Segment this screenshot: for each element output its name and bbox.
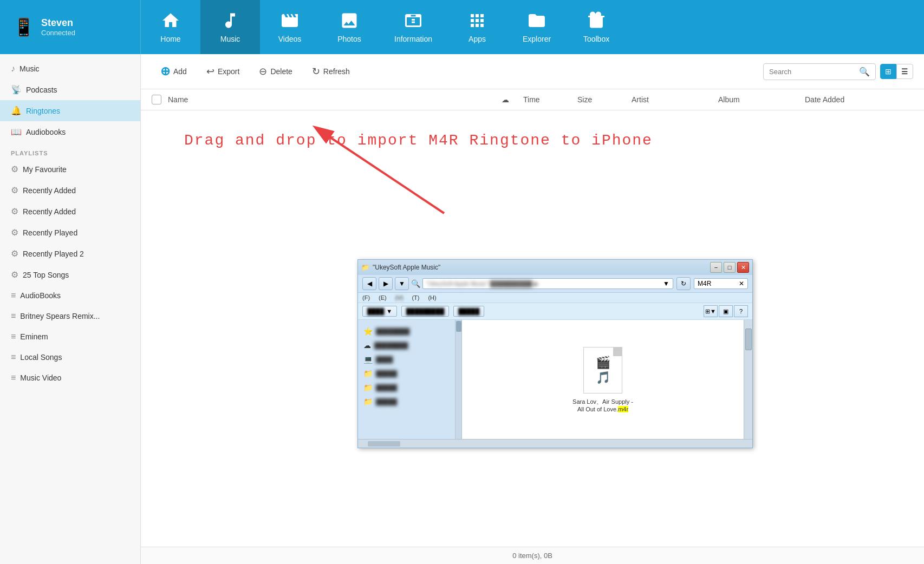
win-address-text: "UkeySoft Apple Music" ██████████ ▶ [426,280,538,287]
win-search-bar[interactable]: M4R ✕ [694,278,748,289]
sidebar-item-my-favourite[interactable]: ⚙ My Favourite [0,159,140,180]
win-organize-label: ████ [367,308,384,314]
win-restore-button[interactable]: □ [724,262,736,273]
win-menu-e[interactable]: (E) [379,294,387,301]
win-sidebar-fav-label: ████████ [376,328,409,335]
col-name: Name [168,95,502,104]
win-bottom-scrollbar[interactable] [358,439,752,448]
win-address-bar[interactable]: "UkeySoft Apple Music" ██████████ ▶ ▼ [422,278,673,289]
win-cloud-icon: ☁ [363,341,371,350]
list-view-button[interactable]: ☰ [896,64,913,79]
refresh-button[interactable]: ↻ Refresh [303,62,359,81]
nav-item-music[interactable]: Music [200,0,260,54]
sidebar-label-recently-played-2: Recently Played 2 [23,250,84,258]
content-body: Drag and drop to import M4R Ringtone to … [141,110,924,547]
sidebar-item-music[interactable]: ♪ Music [0,58,140,79]
sidebar-item-recently-added-2[interactable]: ⚙ Recently Added [0,201,140,222]
sidebar-label-eminem: Eminem [20,332,48,341]
win-forward-button[interactable]: ▶ [379,277,393,290]
add-button[interactable]: ⊕ Add [152,61,196,82]
sidebar-item-ringtones[interactable]: 🔔 Ringtones [0,100,140,121]
checkbox-all[interactable] [152,95,161,104]
col-time: Time [523,95,577,104]
win-scroll-thumb [745,329,752,350]
win-burn-button[interactable]: █████ [453,306,484,317]
win-view-mode-btn[interactable]: ⊞▼ [704,305,718,317]
sidebar-item-audiobooks-pl[interactable]: ≡ AudioBooks [0,285,140,306]
win-folder-icon-2: 📁 [363,383,373,392]
refresh-icon: ↻ [312,65,320,77]
sidebar-item-audiobooks[interactable]: 📖 Audiobooks [0,121,140,142]
sidebar-item-local-songs[interactable]: ≡ Local Songs [0,347,140,368]
win-sidebar-computer[interactable]: 💻 ████ [358,352,455,366]
win-sidebar-comp-label: ████ [376,356,393,363]
win-folder-icon-3: 📁 [363,397,373,406]
nav-item-videos[interactable]: Videos [260,0,320,54]
win-sidebar-folder-1[interactable]: 📁 █████ [358,366,455,381]
export-button[interactable]: ↩ Export [198,62,248,81]
win-address-dropdown[interactable]: ▼ [663,280,669,287]
win-organize-button[interactable]: ████ ▼ [362,306,397,317]
delete-icon: ⊖ [259,65,267,77]
sidebar-item-podcasts[interactable]: 📡 Podcasts [0,79,140,100]
win-back-button[interactable]: ◀ [362,277,376,290]
file-icon-inner: 🎬 🎵 [596,356,610,385]
nav-item-explorer[interactable]: Explorer [507,0,567,54]
win-sidebar-cloud[interactable]: ☁ ████████ [358,338,455,352]
view-buttons: ⊞ ☰ [880,64,913,79]
win-search-close[interactable]: ✕ [739,280,744,287]
gear-icon-5: ⚙ [11,248,18,259]
sidebar-item-25-top-songs[interactable]: ⚙ 25 Top Songs [0,264,140,285]
win-menu-f[interactable]: (F) [362,294,370,301]
sidebar-item-music-video[interactable]: ≡ Music Video [0,368,140,388]
nav-item-photos[interactable]: Photos [320,0,379,54]
win-sidebar-folder-2[interactable]: 📁 █████ [358,381,455,395]
win-close-button[interactable]: ✕ [737,262,749,273]
search-input[interactable] [769,68,856,76]
col-size: Size [577,95,632,104]
win-refresh-nav-button[interactable]: ↻ [676,277,691,290]
win-sidebar-folder3-label: █████ [376,398,397,405]
win-menu-h[interactable]: (H) [428,294,436,301]
sidebar-item-recently-played[interactable]: ⚙ Recently Played [0,222,140,243]
nav-label-apps: Apps [468,35,486,43]
gear-icon-1: ⚙ [11,164,18,174]
toolbar: ⊕ Add ↩ Export ⊖ Delete ↻ Refresh 🔍 ⊞ [141,54,924,89]
sidebar-item-recently-played-2[interactable]: ⚙ Recently Played 2 [0,243,140,264]
col-album: Album [718,95,805,104]
win-title-bar: 📁 "UkeySoft Apple Music" − □ ✕ [358,260,752,275]
win-right-scrollbar[interactable] [744,320,752,439]
sidebar-label-music: Music [19,64,40,73]
win-sidebar-scrollbar[interactable] [456,320,462,439]
win-menu-v[interactable]: (V) [395,294,404,301]
check-all[interactable] [152,95,168,104]
nav-item-home[interactable]: Home [141,0,200,54]
win-main-area: 🎬 🎵 Sara Lov、Air Supply - All Out of Lov… [462,320,744,439]
list-icon-4: ≡ [11,352,16,362]
nav-label-information: Information [394,35,432,43]
sidebar-item-britney[interactable]: ≡ Britney Spears Remix... [0,306,140,326]
sidebar-item-recently-added[interactable]: ⚙ Recently Added [0,180,140,201]
music-icon: ♪ [11,64,15,74]
nav-item-apps[interactable]: Apps [447,0,507,54]
win-help-btn[interactable]: ? [734,305,748,317]
win-search-text: M4R [698,280,711,287]
win-dropdown-button[interactable]: ▼ [395,277,409,290]
win-computer-icon: 💻 [363,355,373,364]
sidebar-item-eminem[interactable]: ≡ Eminem [0,326,140,347]
delete-button[interactable]: ⊖ Delete [250,62,301,81]
win-minimize-button[interactable]: − [710,262,722,273]
film-icon: 🎬 [596,356,610,370]
win-menu-t[interactable]: (T) [412,294,419,301]
win-star-icon: ⭐ [363,327,373,336]
nav-item-toolbox[interactable]: Toolbox [567,0,626,54]
nav-item-information[interactable]: Information [379,0,447,54]
win-sidebar-favourites[interactable]: ⭐ ████████ [358,324,455,338]
win-sidebar-folder-3[interactable]: 📁 █████ [358,395,455,409]
win-sidebar-scroll-thumb [456,321,461,332]
win-pane-btn[interactable]: ▣ [719,305,733,317]
win-horizontal-scroll-thumb [368,441,400,447]
grid-view-button[interactable]: ⊞ [880,64,896,79]
win-action-button[interactable]: █████████ [401,306,449,317]
sidebar-label-25-top-songs: 25 Top Songs [23,271,69,279]
